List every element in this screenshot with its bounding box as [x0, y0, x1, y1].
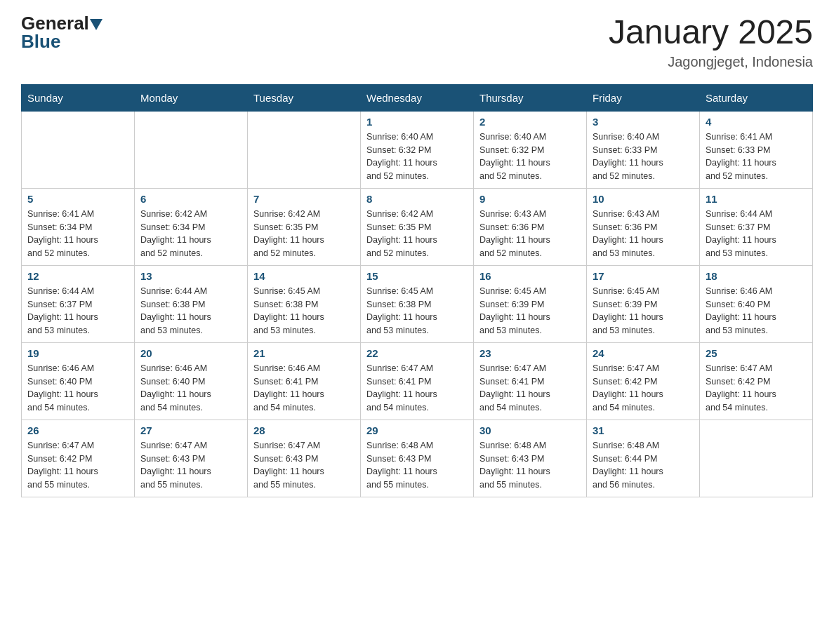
- title-block: January 2025 Jagongjeget, Indonesia: [609, 14, 813, 70]
- day-number: 22: [366, 347, 468, 359]
- calendar-cell: 1Sunrise: 6:40 AM Sunset: 6:32 PM Daylig…: [361, 111, 474, 188]
- calendar-cell: 26Sunrise: 6:47 AM Sunset: 6:42 PM Dayli…: [22, 420, 135, 497]
- calendar-cell: 28Sunrise: 6:47 AM Sunset: 6:43 PM Dayli…: [248, 420, 361, 497]
- calendar-cell: 3Sunrise: 6:40 AM Sunset: 6:33 PM Daylig…: [587, 111, 700, 188]
- calendar-week-row: 1Sunrise: 6:40 AM Sunset: 6:32 PM Daylig…: [22, 111, 813, 188]
- day-info: Sunrise: 6:46 AM Sunset: 6:40 PM Dayligh…: [140, 362, 241, 415]
- calendar-cell: 30Sunrise: 6:48 AM Sunset: 6:43 PM Dayli…: [474, 420, 587, 497]
- calendar-table: SundayMondayTuesdayWednesdayThursdayFrid…: [21, 84, 813, 497]
- day-number: 4: [706, 116, 807, 128]
- calendar-cell: [135, 111, 248, 188]
- month-title: January 2025: [609, 14, 813, 51]
- calendar-cell: 31Sunrise: 6:48 AM Sunset: 6:44 PM Dayli…: [587, 420, 700, 497]
- calendar-cell: [700, 420, 813, 497]
- day-number: 25: [706, 347, 807, 359]
- calendar-cell: 21Sunrise: 6:46 AM Sunset: 6:41 PM Dayli…: [248, 342, 361, 420]
- day-number: 1: [366, 116, 468, 128]
- day-number: 20: [140, 347, 241, 359]
- calendar-cell: [248, 111, 361, 188]
- header-monday: Monday: [135, 84, 248, 111]
- calendar-cell: 15Sunrise: 6:45 AM Sunset: 6:38 PM Dayli…: [361, 265, 474, 342]
- calendar-cell: [22, 111, 135, 188]
- calendar-cell: 18Sunrise: 6:46 AM Sunset: 6:40 PM Dayli…: [700, 265, 813, 342]
- day-info: Sunrise: 6:44 AM Sunset: 6:37 PM Dayligh…: [706, 208, 807, 260]
- calendar-cell: 7Sunrise: 6:42 AM Sunset: 6:35 PM Daylig…: [248, 188, 361, 265]
- day-number: 11: [706, 193, 807, 205]
- day-number: 31: [593, 424, 694, 436]
- header-sunday: Sunday: [22, 84, 135, 111]
- calendar-cell: 29Sunrise: 6:48 AM Sunset: 6:43 PM Dayli…: [361, 420, 474, 497]
- header-wednesday: Wednesday: [361, 84, 474, 111]
- calendar-cell: 16Sunrise: 6:45 AM Sunset: 6:39 PM Dayli…: [474, 265, 587, 342]
- day-number: 23: [479, 347, 581, 359]
- day-number: 29: [366, 424, 468, 436]
- calendar-cell: 5Sunrise: 6:41 AM Sunset: 6:34 PM Daylig…: [22, 188, 135, 265]
- calendar-cell: 14Sunrise: 6:45 AM Sunset: 6:38 PM Dayli…: [248, 265, 361, 342]
- calendar-cell: 17Sunrise: 6:45 AM Sunset: 6:39 PM Dayli…: [587, 265, 700, 342]
- calendar-cell: 8Sunrise: 6:42 AM Sunset: 6:35 PM Daylig…: [361, 188, 474, 265]
- calendar-cell: 4Sunrise: 6:41 AM Sunset: 6:33 PM Daylig…: [700, 111, 813, 188]
- day-info: Sunrise: 6:42 AM Sunset: 6:34 PM Dayligh…: [140, 208, 241, 260]
- day-number: 19: [27, 347, 128, 359]
- day-info: Sunrise: 6:47 AM Sunset: 6:43 PM Dayligh…: [253, 439, 355, 492]
- day-number: 9: [479, 193, 581, 205]
- calendar-week-row: 26Sunrise: 6:47 AM Sunset: 6:42 PM Dayli…: [22, 420, 813, 497]
- day-number: 18: [706, 270, 807, 282]
- calendar-cell: 12Sunrise: 6:44 AM Sunset: 6:37 PM Dayli…: [22, 265, 135, 342]
- day-number: 24: [593, 347, 694, 359]
- day-number: 14: [253, 270, 355, 282]
- day-info: Sunrise: 6:47 AM Sunset: 6:41 PM Dayligh…: [479, 362, 581, 415]
- day-number: 17: [593, 270, 694, 282]
- calendar-cell: 10Sunrise: 6:43 AM Sunset: 6:36 PM Dayli…: [587, 188, 700, 265]
- calendar-cell: 23Sunrise: 6:47 AM Sunset: 6:41 PM Dayli…: [474, 342, 587, 420]
- day-info: Sunrise: 6:40 AM Sunset: 6:32 PM Dayligh…: [366, 130, 468, 183]
- day-info: Sunrise: 6:46 AM Sunset: 6:40 PM Dayligh…: [706, 285, 807, 337]
- day-info: Sunrise: 6:43 AM Sunset: 6:36 PM Dayligh…: [479, 208, 581, 260]
- header-friday: Friday: [587, 84, 700, 111]
- day-number: 10: [593, 193, 694, 205]
- day-number: 15: [366, 270, 468, 282]
- day-number: 3: [593, 116, 694, 128]
- logo-general: General: [21, 14, 89, 32]
- day-number: 26: [27, 424, 128, 436]
- day-info: Sunrise: 6:46 AM Sunset: 6:41 PM Dayligh…: [253, 362, 355, 415]
- day-number: 27: [140, 424, 241, 436]
- day-number: 12: [27, 270, 128, 282]
- day-info: Sunrise: 6:47 AM Sunset: 6:43 PM Dayligh…: [140, 439, 241, 492]
- day-info: Sunrise: 6:45 AM Sunset: 6:38 PM Dayligh…: [366, 285, 468, 337]
- calendar-cell: 24Sunrise: 6:47 AM Sunset: 6:42 PM Dayli…: [587, 342, 700, 420]
- day-info: Sunrise: 6:44 AM Sunset: 6:37 PM Dayligh…: [27, 285, 128, 337]
- calendar-cell: 11Sunrise: 6:44 AM Sunset: 6:37 PM Dayli…: [700, 188, 813, 265]
- day-info: Sunrise: 6:45 AM Sunset: 6:38 PM Dayligh…: [253, 285, 355, 337]
- calendar-cell: 19Sunrise: 6:46 AM Sunset: 6:40 PM Dayli…: [22, 342, 135, 420]
- day-info: Sunrise: 6:41 AM Sunset: 6:34 PM Dayligh…: [27, 208, 128, 260]
- day-number: 5: [27, 193, 128, 205]
- day-number: 8: [366, 193, 468, 205]
- calendar-week-row: 19Sunrise: 6:46 AM Sunset: 6:40 PM Dayli…: [22, 342, 813, 420]
- day-number: 6: [140, 193, 241, 205]
- page-header: General Blue January 2025 Jagongjeget, I…: [21, 14, 813, 70]
- day-number: 21: [253, 347, 355, 359]
- day-info: Sunrise: 6:48 AM Sunset: 6:44 PM Dayligh…: [593, 439, 694, 492]
- calendar-cell: 9Sunrise: 6:43 AM Sunset: 6:36 PM Daylig…: [474, 188, 587, 265]
- header-thursday: Thursday: [474, 84, 587, 111]
- day-number: 30: [479, 424, 581, 436]
- logo-blue: Blue: [21, 31, 60, 52]
- calendar-header-row: SundayMondayTuesdayWednesdayThursdayFrid…: [22, 84, 813, 111]
- day-info: Sunrise: 6:46 AM Sunset: 6:40 PM Dayligh…: [27, 362, 128, 415]
- calendar-cell: 27Sunrise: 6:47 AM Sunset: 6:43 PM Dayli…: [135, 420, 248, 497]
- calendar-cell: 25Sunrise: 6:47 AM Sunset: 6:42 PM Dayli…: [700, 342, 813, 420]
- calendar-week-row: 5Sunrise: 6:41 AM Sunset: 6:34 PM Daylig…: [22, 188, 813, 265]
- day-info: Sunrise: 6:47 AM Sunset: 6:41 PM Dayligh…: [366, 362, 468, 415]
- day-info: Sunrise: 6:48 AM Sunset: 6:43 PM Dayligh…: [479, 439, 581, 492]
- calendar-cell: 13Sunrise: 6:44 AM Sunset: 6:38 PM Dayli…: [135, 265, 248, 342]
- calendar-cell: 2Sunrise: 6:40 AM Sunset: 6:32 PM Daylig…: [474, 111, 587, 188]
- calendar-week-row: 12Sunrise: 6:44 AM Sunset: 6:37 PM Dayli…: [22, 265, 813, 342]
- logo-triangle-icon: [90, 19, 102, 30]
- day-info: Sunrise: 6:44 AM Sunset: 6:38 PM Dayligh…: [140, 285, 241, 337]
- day-info: Sunrise: 6:41 AM Sunset: 6:33 PM Dayligh…: [706, 130, 807, 183]
- day-info: Sunrise: 6:48 AM Sunset: 6:43 PM Dayligh…: [366, 439, 468, 492]
- calendar-cell: 6Sunrise: 6:42 AM Sunset: 6:34 PM Daylig…: [135, 188, 248, 265]
- day-info: Sunrise: 6:42 AM Sunset: 6:35 PM Dayligh…: [253, 208, 355, 260]
- day-number: 28: [253, 424, 355, 436]
